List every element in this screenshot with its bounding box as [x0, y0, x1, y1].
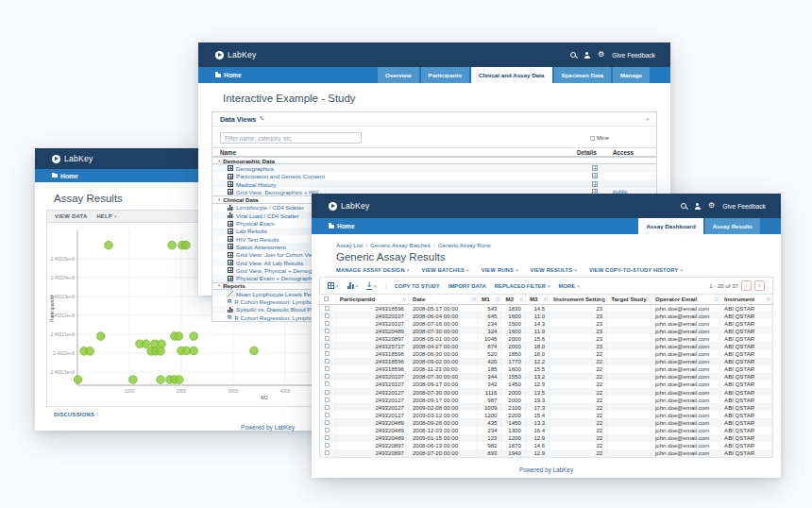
row-checkbox[interactable] — [325, 321, 330, 326]
filter-input[interactable] — [220, 132, 362, 144]
breadcrumb-link[interactable]: Generic Assay Batches — [370, 242, 431, 248]
expand-collapse-icon[interactable]: ▾ — [218, 159, 220, 163]
mine-checkbox[interactable] — [590, 136, 595, 141]
edit-pencil-icon[interactable]: ✎ — [259, 115, 264, 123]
scatter-point[interactable] — [86, 347, 94, 356]
row-checkbox[interactable] — [325, 329, 330, 333]
labkey-logo[interactable]: LabKey — [329, 201, 370, 211]
nav-home[interactable]: Home — [52, 169, 78, 182]
row-checkbox[interactable] — [325, 450, 330, 455]
row-checkbox[interactable] — [325, 344, 330, 348]
scatter-point[interactable] — [190, 347, 198, 355]
gear-icon[interactable]: ⚙ — [598, 51, 604, 59]
tree-item[interactable]: Demographics — [212, 164, 656, 172]
replaced-filter-menu[interactable]: REPLACED FILTER▾ — [495, 283, 550, 289]
scatter-point[interactable] — [158, 340, 166, 348]
column-header-instrument[interactable]: Instrument — [720, 295, 772, 304]
row-checkbox[interactable] — [325, 405, 330, 410]
row-checkbox[interactable] — [325, 381, 330, 386]
column-header-participantid[interactable]: ParticipantId — [335, 295, 408, 304]
menu-view-runs[interactable]: VIEW RUNS▾ — [482, 267, 518, 273]
menu-manage-assay-design[interactable]: MANAGE ASSAY DESIGN▾ — [336, 267, 410, 273]
column-menu-icon[interactable] — [767, 297, 770, 301]
row-checkbox[interactable] — [325, 428, 330, 432]
column-menu-icon[interactable] — [646, 297, 650, 301]
column-menu-icon[interactable] — [496, 297, 499, 301]
scatter-point[interactable] — [157, 347, 165, 356]
scatter-point[interactable] — [142, 340, 150, 348]
details-grid-icon[interactable] — [592, 173, 598, 178]
column-header-instrument-setting[interactable]: Instrument Setting — [550, 295, 607, 304]
row-checkbox[interactable] — [325, 374, 330, 379]
row-checkbox[interactable] — [325, 398, 330, 402]
row-checkbox[interactable] — [325, 435, 330, 440]
tree-item-link[interactable]: Participation and Genetic Consent — [236, 173, 577, 179]
row-checkbox[interactable] — [325, 351, 330, 356]
search-icon[interactable] — [570, 52, 576, 58]
nav-home[interactable]: Home — [215, 67, 242, 83]
scatter-point[interactable] — [157, 376, 165, 384]
view-data-button[interactable]: VIEW DATA — [55, 213, 87, 219]
user-icon[interactable] — [694, 203, 701, 210]
column-header-m1[interactable]: M1 — [478, 295, 501, 304]
scatter-point[interactable] — [190, 332, 198, 341]
tab-assay-dashboard[interactable]: Assay Dashboard — [638, 218, 702, 234]
tree-item[interactable]: Participation and Genetic Consent — [212, 173, 656, 180]
mine-filter[interactable]: Mine — [590, 135, 609, 141]
select-all-header[interactable] — [320, 295, 335, 304]
scatter-point[interactable] — [182, 241, 191, 249]
column-menu-icon[interactable] — [403, 297, 407, 301]
column-menu-icon[interactable] — [544, 297, 548, 301]
select-all-checkbox[interactable] — [324, 296, 329, 301]
column-menu-icon[interactable] — [601, 297, 605, 301]
breadcrumb-link[interactable]: Generic Assay Runs — [438, 242, 491, 248]
tab-participants[interactable]: Participants — [421, 67, 469, 83]
breadcrumb-link[interactable]: Assay List — [336, 242, 363, 248]
row-checkbox[interactable] — [325, 359, 330, 364]
menu-view-results[interactable]: VIEW RESULTS▾ — [531, 267, 577, 273]
scatter-point[interactable] — [74, 376, 82, 384]
charts-menu-button[interactable]: ▾ — [347, 282, 359, 289]
column-header-date[interactable]: Date — [408, 295, 477, 304]
tree-item-link[interactable]: Medical History — [236, 181, 577, 188]
tree-category[interactable]: ▾Demographic Data — [212, 157, 656, 164]
row-checkbox[interactable] — [325, 366, 330, 371]
tree-item-link[interactable]: Demographics — [236, 165, 577, 172]
column-menu-icon[interactable] — [472, 297, 476, 301]
column-header-m3[interactable]: M3 — [525, 295, 549, 304]
export-menu-button[interactable]: ↓▾ — [366, 281, 377, 290]
column-header-operator-email[interactable]: Operator Email — [651, 295, 719, 304]
give-feedback-link[interactable]: Give Feedback — [612, 52, 655, 59]
search-icon[interactable] — [681, 203, 686, 209]
tab-assay-results[interactable]: Assay Results — [705, 218, 760, 234]
tab-manage[interactable]: Manage — [613, 67, 650, 83]
tab-overview[interactable]: Overview — [378, 67, 419, 83]
tree-item[interactable]: Medical History — [212, 180, 656, 188]
import-data-button[interactable]: IMPORT DATA — [448, 283, 486, 289]
scatter-point[interactable] — [129, 376, 138, 384]
gear-icon[interactable]: ⚙ — [708, 202, 715, 210]
expand-collapse-icon[interactable]: ▾ — [218, 197, 220, 202]
column-header-target-study[interactable]: Target Study — [607, 295, 651, 304]
labkey-logo[interactable]: LabKey — [52, 154, 93, 163]
menu-view-copy-to-study-history[interactable]: VIEW COPY-TO-STUDY HISTORY▾ — [589, 267, 683, 273]
column-menu-icon[interactable] — [715, 297, 719, 301]
scatter-point[interactable] — [168, 241, 177, 249]
tab-clinical-and-assay-data[interactable]: Clinical and Assay Data — [471, 67, 552, 83]
scatter-point[interactable] — [176, 376, 184, 384]
powered-by-link[interactable]: Powered by LabKey — [312, 466, 781, 473]
give-feedback-link[interactable]: Give Feedback — [722, 203, 766, 210]
scatter-point[interactable] — [250, 347, 259, 355]
previous-page-button[interactable]: ‹ — [741, 280, 752, 291]
help-menu[interactable]: HELP▾ — [96, 213, 116, 219]
row-checkbox[interactable] — [325, 306, 330, 311]
details-grid-icon[interactable] — [592, 181, 598, 187]
scatter-point[interactable] — [175, 332, 183, 341]
details-grid-icon[interactable] — [592, 165, 598, 171]
nav-home[interactable]: Home — [329, 218, 355, 234]
views-menu-button[interactable]: ▾ — [328, 282, 339, 289]
row-checkbox[interactable] — [325, 313, 330, 318]
scatter-point[interactable] — [105, 241, 113, 249]
row-checkbox[interactable] — [325, 443, 330, 448]
column-header-m2[interactable]: M2 — [501, 295, 525, 304]
